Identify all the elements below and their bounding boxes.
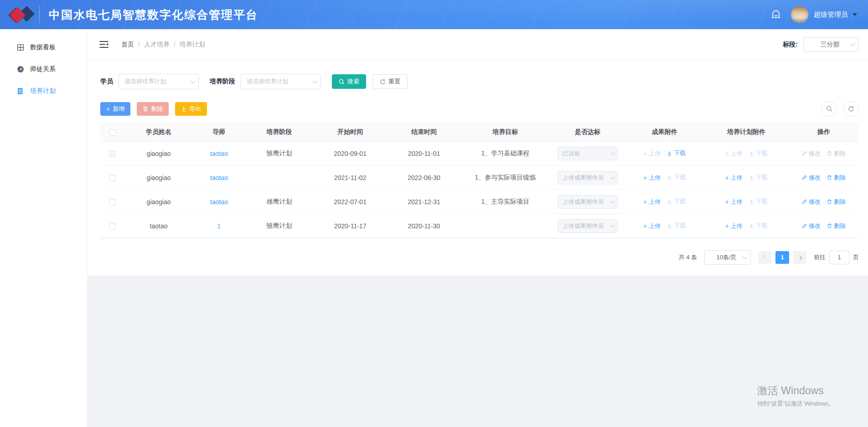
cell-student: taotao (124, 214, 193, 238)
search-button-label: 搜索 (347, 77, 359, 86)
plan-download-link[interactable]: 下载 (749, 221, 768, 230)
plus-icon: + (725, 223, 728, 229)
breadcrumb-home[interactable]: 首页 (121, 41, 134, 49)
result-download-link[interactable]: 下载 (667, 173, 686, 181)
delete-link[interactable]: 删除 (827, 222, 846, 230)
status-select[interactable]: 已达标 (558, 147, 618, 160)
plan-upload-link[interactable]: +上传 (725, 174, 742, 182)
row-checkbox[interactable] (109, 151, 116, 157)
delete-link[interactable]: 删除 (827, 149, 846, 158)
trash-icon (827, 175, 832, 180)
breadcrumb-bar: 首页 / 人才培养 / 培养计划 标段: 三分部 (88, 29, 868, 60)
notification-bell-icon[interactable] (769, 8, 783, 21)
watermark-line1: 激活 Windows (757, 384, 834, 398)
cell-start: 2021-11-02 (313, 165, 387, 190)
mentor-link[interactable]: taotao (210, 198, 228, 206)
mentor-link[interactable]: 1 (217, 222, 221, 230)
result-upload-link[interactable]: +上传 (643, 149, 661, 158)
result-upload-link[interactable]: +上传 (643, 222, 661, 230)
edit-icon (802, 151, 807, 156)
plan-download-link[interactable]: 下载 (749, 173, 768, 181)
chevron-down-icon (610, 223, 615, 227)
plan-upload-link[interactable]: +上传 (725, 149, 742, 158)
sidebar-collapse-icon[interactable] (99, 40, 109, 49)
trash-icon (143, 106, 148, 112)
result-download-link[interactable]: 下载 (667, 149, 686, 157)
table-row: giaogiao taotao 雏鹰计划 2020-09-01 2020-11-… (100, 141, 859, 165)
table-row: giaogiao taotao 2021-11-02 2022-06-30 1、… (100, 165, 859, 190)
sidebar: 数据看板 师徒关系 (0, 29, 88, 427)
stage-select[interactable]: 请选择培养计划 (241, 74, 321, 89)
row-checkbox[interactable] (109, 199, 116, 206)
delete-button[interactable]: 删除 (137, 102, 169, 116)
col-start-date: 开始时间 (313, 123, 387, 141)
cell-end: 2020-11-01 (387, 141, 461, 165)
sidebar-item-dashboard[interactable]: 数据看板 (0, 36, 87, 58)
status-select[interactable]: 上传成果附件后 (558, 219, 618, 233)
prev-page-button[interactable] (758, 251, 772, 264)
cell-student: giaogiao (124, 190, 193, 214)
search-button[interactable]: 搜索 (332, 74, 366, 89)
edit-link[interactable]: 修改 (802, 149, 821, 158)
sidebar-item-training-plan[interactable]: 培养计划 (0, 80, 87, 102)
page-size-select[interactable]: 10条/页 (704, 250, 751, 265)
add-button[interactable]: + 新增 (100, 102, 130, 116)
cell-stage: 雏鹰计划 (245, 214, 314, 238)
table-header-row: 学员姓名 导师 培养阶段 开始时间 结束时间 培养目标 是否达标 成果附件 培养… (100, 123, 859, 141)
status-select[interactable]: 上传成果附件后 (558, 195, 618, 209)
result-download-link[interactable]: 下载 (667, 221, 686, 230)
result-upload-link[interactable]: +上传 (643, 198, 661, 206)
cell-start: 2022-07-01 (313, 190, 387, 214)
status-select-value: 上传成果附件后 (563, 174, 604, 182)
cell-start: 2020-11-17 (313, 214, 387, 238)
add-button-label: 新增 (113, 105, 124, 113)
result-upload-link[interactable]: +上传 (643, 174, 661, 182)
pagination: 共 4 条 10条/页 1 前往 页 (100, 250, 859, 265)
select-all-checkbox[interactable] (109, 129, 116, 136)
sidebar-item-label: 师徒关系 (30, 65, 56, 73)
delete-link[interactable]: 删除 (827, 174, 846, 182)
plan-upload-link[interactable]: +上传 (725, 198, 742, 206)
edit-link[interactable]: 修改 (802, 222, 821, 230)
plus-icon: + (725, 150, 728, 157)
cell-stage: 雄鹰计划 (245, 190, 314, 214)
training-plan-icon (17, 87, 24, 95)
export-button[interactable]: 导出 (175, 102, 207, 116)
chevron-down-icon (743, 254, 747, 259)
col-plan-attachment: 培养计划附件 (704, 123, 789, 141)
page-number-1[interactable]: 1 (775, 251, 789, 264)
download-icon (667, 223, 672, 228)
toolbar-utilities (822, 101, 859, 117)
next-page-button[interactable] (793, 251, 806, 264)
plan-upload-link[interactable]: +上传 (725, 222, 742, 230)
mentor-link[interactable]: taotao (210, 174, 228, 181)
chevron-down-icon (191, 79, 195, 83)
sidebar-item-mentorship[interactable]: 师徒关系 (0, 58, 87, 80)
mentor-link[interactable]: taotao (210, 150, 228, 157)
plan-download-link[interactable]: 下载 (749, 197, 768, 206)
section-select[interactable]: 三分部 (803, 37, 859, 52)
edit-link[interactable]: 修改 (802, 198, 821, 206)
show-search-toggle-button[interactable] (822, 101, 837, 117)
row-checkbox[interactable] (109, 175, 116, 181)
plan-download-link[interactable]: 下载 (749, 149, 768, 157)
stage-filter-label: 培养阶段 (210, 77, 235, 86)
reset-button[interactable]: 重置 (372, 74, 408, 89)
plus-icon: + (643, 223, 647, 229)
row-checkbox[interactable] (109, 223, 116, 230)
delete-link[interactable]: 删除 (827, 198, 846, 206)
edit-icon (802, 199, 807, 204)
plus-icon: + (106, 106, 110, 112)
user-menu-caret-icon[interactable] (852, 13, 857, 16)
breadcrumb-talent[interactable]: 人才培养 (144, 41, 170, 49)
edit-link[interactable]: 修改 (802, 174, 821, 182)
col-result-attachment: 成果附件 (625, 123, 704, 141)
goto-page-input[interactable] (829, 251, 849, 264)
user-avatar[interactable] (791, 6, 808, 23)
status-select[interactable]: 上传成果附件后 (558, 171, 618, 185)
student-select[interactable]: 请选择培养计划 (119, 74, 199, 89)
refresh-table-button[interactable] (843, 101, 859, 117)
result-download-link[interactable]: 下载 (667, 197, 686, 206)
trash-icon (827, 199, 832, 204)
user-name[interactable]: 超级管理员 (814, 10, 848, 19)
